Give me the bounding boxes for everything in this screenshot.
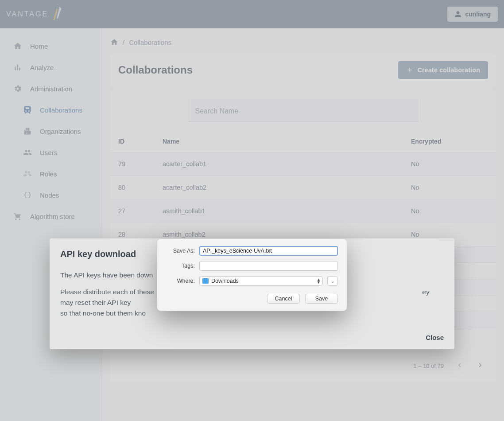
- modal-close-button[interactable]: Close: [426, 334, 444, 341]
- expand-folder-button[interactable]: ⌄: [327, 276, 338, 286]
- tags-label: Tags:: [166, 263, 195, 269]
- save-dialog-cancel-button[interactable]: Cancel: [267, 294, 300, 304]
- tags-input[interactable]: [199, 261, 338, 271]
- save-as-input[interactable]: [199, 246, 338, 256]
- updown-icon: ▲▼: [317, 278, 321, 284]
- where-label: Where:: [166, 278, 195, 284]
- where-value: Downloads: [211, 278, 239, 284]
- modal-overlay: API key download The API keys have been …: [0, 0, 504, 421]
- where-select[interactable]: Downloads ▲▼: [199, 276, 323, 286]
- chevron-down-icon: ⌄: [331, 279, 334, 284]
- save-as-label: Save As:: [166, 248, 195, 254]
- save-file-dialog: Save As: Tags: Where: Downloads ▲▼ ⌄ Can…: [157, 238, 347, 311]
- save-dialog-save-button[interactable]: Save: [305, 294, 338, 304]
- folder-icon: [202, 278, 209, 284]
